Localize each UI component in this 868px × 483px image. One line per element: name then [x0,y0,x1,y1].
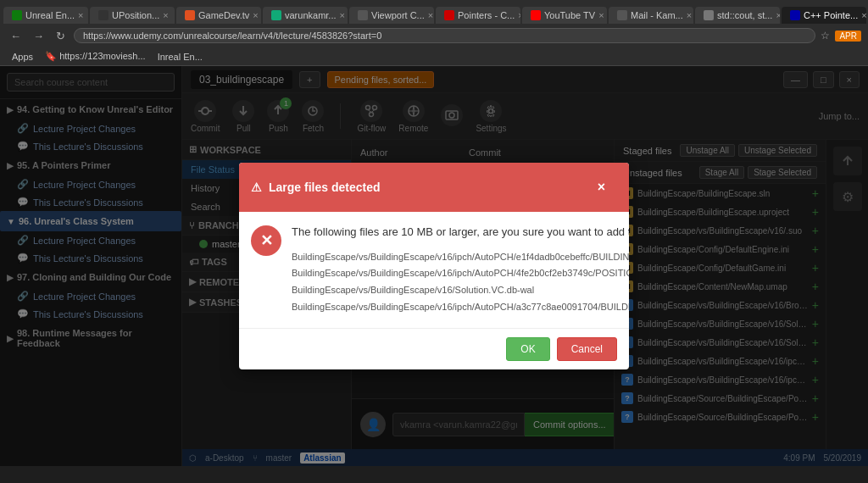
apps-icon: APR [835,31,861,42]
modal-body: ✕ The following files are 10 MB or large… [239,212,629,328]
menu-bookmark-1[interactable]: 🔖 https://123moviesh... [40,49,151,64]
tab-close-3[interactable]: × [253,10,258,20]
tab-label-4: varunkamr... [285,10,337,20]
forward-button[interactable]: → [30,28,47,44]
tab-favicon-1 [12,10,22,20]
browser-tab-2[interactable]: UPosition... × [90,7,175,24]
tab-close-1[interactable]: × [78,10,83,20]
browser-tab-6[interactable]: Pointers - C... × [436,7,520,24]
modal-message: The following files are 10 MB or larger,… [292,224,629,241]
tab-label-10: C++ Pointe... [804,10,858,20]
warning-icon: ⚠ [251,180,262,194]
modal-cancel-button[interactable]: Cancel [557,337,617,361]
tab-favicon-6 [444,10,454,20]
tab-label-2: UPosition... [112,10,159,20]
modal-error-icon: ✕ [251,225,281,256]
tab-favicon-8 [617,10,627,20]
large-files-modal: ⚠ Large files detected × ✕ The following… [239,163,629,369]
tab-close-4[interactable]: × [340,10,345,20]
tab-label-5: Viewport C... [371,10,425,20]
modal-overlay: ⚠ Large files detected × ✕ The following… [0,66,868,466]
bookmark-icon[interactable]: ☆ [821,30,830,42]
browser-tab-5[interactable]: Viewport C... × [349,7,434,24]
tab-favicon-3 [185,10,195,20]
modal-header: ⚠ Large files detected × [239,163,629,212]
tab-close-8[interactable]: × [687,10,692,20]
reload-button[interactable]: ↻ [53,28,69,44]
back-button[interactable]: ← [7,28,25,44]
menu-apps[interactable]: Apps [7,50,38,64]
browser-tab-1[interactable]: Unreal En... × [3,7,88,24]
browser-tab-10[interactable]: C++ Pointe... × [782,7,866,24]
tab-favicon-2 [98,10,108,20]
tab-close-10[interactable]: × [861,10,866,20]
browser-tab-9[interactable]: std::cout, st... × [695,7,780,24]
tab-label-6: Pointers - C... [458,10,515,20]
modal-close-button[interactable]: × [586,171,617,203]
tab-close-5[interactable]: × [428,10,433,20]
tab-favicon-4 [271,10,281,20]
modal-title: Large files detected [269,180,381,194]
browser-tab-4[interactable]: varunkamr... × [263,7,348,24]
modal-content: The following files are 10 MB or larger,… [292,224,629,316]
modal-file-entry: BuildingEscape/vs/BuildingEscape/v16/ipc… [292,299,629,316]
modal-footer: OK Cancel [239,328,629,369]
tab-close-2[interactable]: × [163,10,168,20]
url-bar[interactable] [74,28,815,43]
modal-file-list: BuildingEscape/vs/BuildingEscape/v16/ipc… [292,249,629,316]
tab-label-1: Unreal En... [25,10,75,20]
modal-ok-button[interactable]: OK [506,337,549,361]
browser-tab-7[interactable]: YouTube TV × [522,7,607,24]
tab-label-3: GameDev.tv [198,10,249,20]
tab-favicon-9 [704,10,714,20]
tab-favicon-5 [358,10,368,20]
tab-label-7: YouTube TV [544,10,595,20]
tab-favicon-7 [531,10,541,20]
tab-close-9[interactable]: × [776,10,780,20]
tab-label-9: std::cout, st... [717,10,772,20]
tab-label-8: Mail - Kam... [631,10,683,20]
browser-tab-3[interactable]: GameDev.tv × [176,7,261,24]
tab-close-7[interactable]: × [598,10,604,20]
tab-favicon-10 [790,10,800,20]
tab-close-6[interactable]: × [518,10,520,20]
modal-file-entry: BuildingEscape/vs/BuildingEscape/v16/ipc… [292,265,629,282]
menu-bookmark-2[interactable]: Inreal En... [153,50,208,64]
browser-tab-8[interactable]: Mail - Kam... × [609,7,693,24]
modal-file-entry: BuildingEscape/vs/BuildingEscape/v16/ipc… [292,249,629,266]
modal-file-entry: BuildingEscape/vs/BuildingEscape/v16/Sol… [292,282,629,299]
